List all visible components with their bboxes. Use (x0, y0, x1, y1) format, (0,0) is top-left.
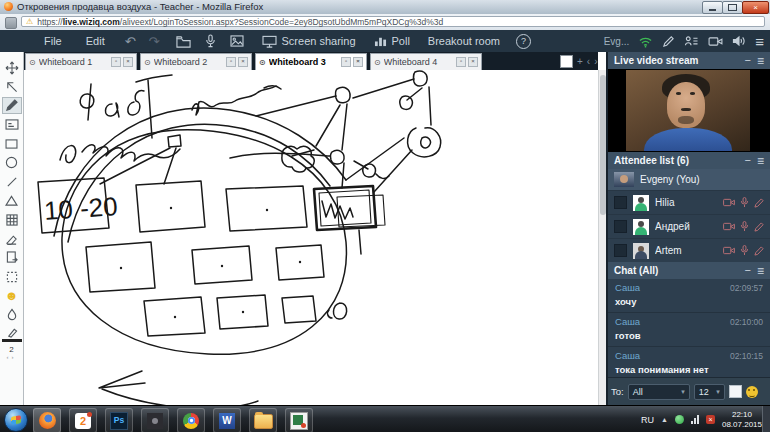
eye-icon[interactable]: ⊙ (374, 58, 381, 67)
taskbar-clock[interactable]: 22:10 08.07.2015 (722, 410, 762, 430)
redo-icon[interactable]: ↷ (149, 34, 160, 49)
chat-emoticon-icon[interactable] (746, 386, 758, 398)
marquee-select-tool[interactable] (2, 268, 22, 285)
line-tool[interactable] (2, 173, 22, 190)
taskbar-word-button[interactable]: W (213, 408, 241, 432)
eye-icon[interactable]: ⊙ (29, 58, 36, 67)
attendee-video-icon[interactable] (723, 246, 735, 255)
text-media-tool[interactable] (2, 116, 22, 133)
stroke-size-stepper[interactable]: 2 ‹› (2, 344, 22, 361)
tab-scroll-right-icon[interactable]: › (594, 57, 597, 67)
color-tool[interactable] (2, 306, 22, 323)
video-permission-icon[interactable] (708, 36, 723, 47)
attendee-pencil-icon[interactable] (754, 246, 764, 256)
tab-close-icon[interactable]: × (123, 57, 133, 67)
network-icon[interactable] (691, 415, 699, 424)
tab-close-icon[interactable]: × (468, 57, 478, 67)
panel-menu-icon[interactable]: ≡ (757, 265, 764, 277)
eraser-tool[interactable] (2, 230, 22, 247)
window-minimize-button[interactable] (702, 1, 723, 14)
audio-mic-icon[interactable] (204, 34, 217, 48)
attendee-row[interactable]: Андрей (608, 214, 770, 238)
taskbar-firefox-button[interactable] (33, 408, 61, 432)
taskbar-explorer-button[interactable] (249, 408, 277, 432)
attendee-video-icon[interactable] (723, 222, 735, 231)
chat-fontsize-select[interactable]: 12 ▾ (694, 384, 725, 400)
main-menu-icon[interactable]: ≡ (755, 34, 764, 49)
emoticon-tool[interactable]: ☻ (2, 287, 22, 304)
attendee-row[interactable]: Hilia (608, 190, 770, 214)
content-library-icon[interactable] (176, 35, 191, 48)
eye-icon[interactable]: ⊙ (259, 58, 266, 67)
undo-icon[interactable]: ↶ (125, 34, 136, 49)
pan-tool[interactable] (2, 59, 22, 76)
panel-minimize-icon[interactable]: − (745, 55, 751, 66)
site-identity-icon[interactable] (5, 17, 17, 29)
help-button[interactable]: ? (516, 34, 531, 49)
poll-button[interactable]: Poll (374, 35, 410, 47)
attendee-mic-icon[interactable] (740, 197, 749, 208)
tray-status-icon[interactable] (675, 415, 684, 424)
tab-minimize-icon[interactable]: ▫ (341, 57, 351, 67)
show-desktop-button[interactable] (762, 406, 770, 432)
ellipse-tool[interactable] (2, 154, 22, 171)
panel-minimize-icon[interactable]: − (745, 155, 751, 166)
tab-whiteboard-1[interactable]: ⊙ Whiteboard 1 ▫× (25, 53, 137, 70)
taskbar-chrome-button[interactable] (177, 408, 205, 432)
connection-wifi-icon[interactable] (638, 35, 653, 48)
taskbar-photoshop-button[interactable]: Ps (105, 408, 133, 432)
tray-alert-icon[interactable]: × (706, 415, 715, 424)
taskbar-game-button[interactable] (285, 408, 313, 432)
tab-minimize-icon[interactable]: ▫ (456, 57, 466, 67)
triangle-tool[interactable] (2, 192, 22, 209)
attendee-video-icon[interactable] (723, 198, 735, 207)
canvas-scrollbar[interactable] (598, 70, 606, 405)
tab-minimize-icon[interactable]: ▫ (226, 57, 236, 67)
tab-whiteboard-2[interactable]: ⊙ Whiteboard 2 ▫× (140, 53, 252, 70)
panel-menu-icon[interactable]: ≡ (757, 55, 764, 67)
tab-close-icon[interactable]: × (238, 57, 248, 67)
attendee-checkbox[interactable] (614, 220, 627, 233)
attendee-row[interactable]: Artem (608, 238, 770, 262)
window-close-button[interactable]: × (742, 1, 769, 14)
insert-media-icon[interactable] (230, 35, 244, 47)
rectangle-tool[interactable] (2, 135, 22, 152)
whiteboard-canvas[interactable]: 10 -20 (24, 70, 598, 405)
select-arrow-tool[interactable] (2, 78, 22, 95)
tab-scroll-left-icon[interactable]: ‹ (587, 57, 590, 67)
tab-minimize-icon[interactable]: ▫ (111, 57, 121, 67)
screen-sharing-button[interactable]: Screen sharing (262, 35, 356, 48)
start-button[interactable] (4, 408, 28, 432)
url-field[interactable]: ⚠ https://live.wiziq.com/aliveext/LoginT… (21, 16, 765, 27)
chat-checkbox[interactable] (729, 385, 742, 398)
attendee-mic-icon[interactable] (740, 245, 749, 256)
attendee-checkbox[interactable] (614, 244, 627, 257)
add-tab-button[interactable]: + (577, 57, 583, 67)
window-maximize-button[interactable] (722, 1, 743, 14)
language-indicator[interactable]: RU (641, 415, 654, 425)
panel-menu-icon[interactable]: ≡ (757, 155, 764, 167)
attendee-row-self[interactable]: Evgeny (You) (608, 169, 770, 190)
panel-minimize-icon[interactable]: − (745, 265, 751, 276)
grid-tool[interactable] (2, 211, 22, 228)
attendee-permissions-icon[interactable] (684, 35, 699, 48)
attendee-pencil-icon[interactable] (754, 222, 764, 232)
whiteboard-permission-icon[interactable] (662, 35, 675, 48)
breakout-room-button[interactable]: Breakout room (428, 35, 500, 47)
chat-message-list[interactable]: Саша 02:09:57 хочу Саша 02:10:00 готов С… (608, 279, 770, 377)
attendee-mic-icon[interactable] (740, 221, 749, 232)
audio-permission-icon[interactable] (732, 35, 746, 47)
pencil-tool[interactable] (2, 97, 22, 114)
attendee-pencil-icon[interactable] (754, 198, 764, 208)
menu-edit[interactable]: Edit (86, 35, 105, 47)
chat-recipient-select[interactable]: All ▾ (628, 384, 690, 400)
tray-expand-icon[interactable]: ▲ (661, 416, 668, 423)
tab-whiteboard-4[interactable]: ⊙ Whiteboard 4 ▫× (370, 53, 482, 70)
new-whiteboard-icon[interactable] (560, 55, 573, 68)
taskbar-camera-app-button[interactable] (141, 408, 169, 432)
attendee-checkbox[interactable] (614, 196, 627, 209)
taskbar-app2-button[interactable]: 2 (69, 408, 97, 432)
tab-whiteboard-3[interactable]: ⊙ Whiteboard 3 ▫× (255, 53, 367, 70)
tab-close-icon[interactable]: × (353, 57, 363, 67)
stroke-style-tool[interactable] (2, 325, 22, 342)
